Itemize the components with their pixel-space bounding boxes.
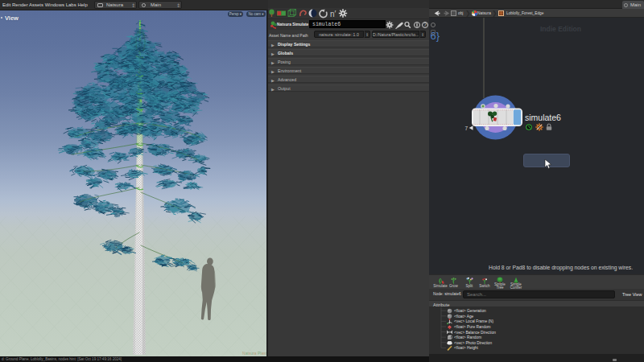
svg-text:Split: Split [466, 284, 474, 288]
svg-text:<float> Pure Random: <float> Pure Random [454, 325, 491, 329]
svg-text:Grow: Grow [449, 284, 459, 288]
svg-text:simulate6: simulate6 [525, 113, 561, 122]
svg-text:Simulate: Simulate [433, 284, 448, 288]
svg-text:<float> Height: <float> Height [454, 346, 479, 350]
svg-text:<float> Random: <float> Random [454, 335, 481, 339]
svg-text:n′: n′ [330, 10, 336, 19]
svg-text:?: ? [423, 22, 427, 27]
svg-text:7: 7 [465, 125, 469, 131]
svg-text:<float> Age: <float> Age [454, 315, 474, 319]
svg-text:<vec> Local Frame (N): <vec> Local Frame (N) [454, 319, 493, 323]
svg-text:<vec> Balance Direction: <vec> Balance Direction [454, 331, 496, 335]
svg-text:<vec> Photo Direction: <vec> Photo Direction [454, 341, 493, 345]
svg-text:<float> Generation: <float> Generation [454, 309, 486, 313]
svg-text:Switch: Switch [479, 284, 490, 288]
